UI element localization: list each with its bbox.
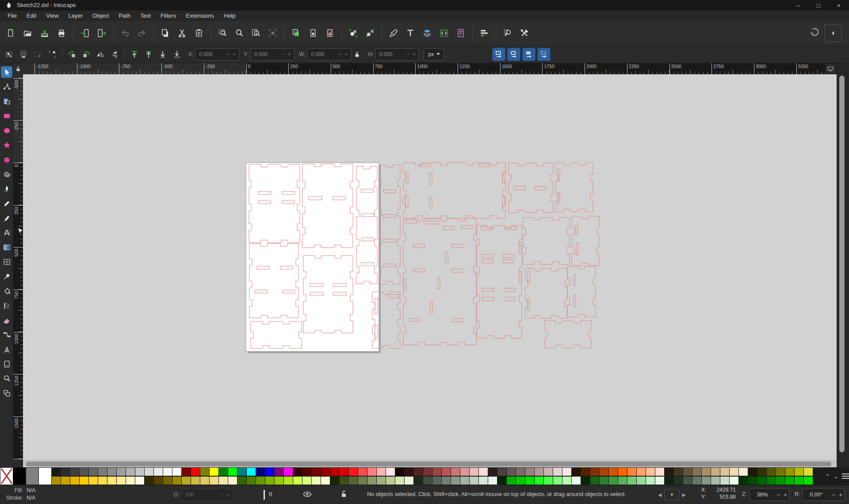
y-field-decrement[interactable]: − [280,51,286,57]
h-field-increment[interactable]: + [411,51,417,57]
select-all-layers-button[interactable] [17,47,31,61]
raise-button[interactable] [142,47,156,61]
menu-layer[interactable]: Layer [63,11,88,21]
swatch[interactable] [386,468,395,476]
swatch[interactable] [609,468,618,476]
swatch[interactable] [70,477,79,485]
vertical-scrollbar[interactable] [837,63,849,467]
swatch[interactable] [442,468,451,476]
swatch[interactable] [600,477,608,485]
star-tool[interactable] [1,139,12,151]
node-tool[interactable] [1,81,12,92]
scale-stroke-toggle[interactable] [492,48,505,61]
y-field-increment[interactable]: + [286,51,292,57]
swatch[interactable] [776,468,785,476]
swatch[interactable] [423,477,432,485]
swatch[interactable] [256,477,265,485]
swatch[interactable] [340,477,348,485]
move-gradients-toggle[interactable] [522,48,535,61]
swatch[interactable] [767,468,776,476]
w-field-decrement[interactable]: − [337,51,343,57]
h-field[interactable]: 0.000−+ [375,48,419,61]
swatch[interactable] [767,477,776,485]
swatch[interactable] [395,477,404,485]
swatch[interactable] [562,468,571,476]
swatch[interactable] [293,477,302,485]
swatch[interactable] [692,477,701,485]
swatch[interactable] [284,468,293,476]
canvas[interactable] [23,74,837,460]
swatch[interactable] [210,468,218,476]
swatch[interactable] [581,468,590,476]
swatch[interactable] [265,477,274,485]
swatch[interactable] [618,468,627,476]
copy-button[interactable] [157,24,174,42]
flip-horizontal-button[interactable] [93,47,107,61]
swatch[interactable] [423,468,432,476]
swatch[interactable] [711,477,720,485]
horizontal-scrollbar-thumb[interactable] [26,462,831,466]
current-layer-name[interactable]: 0 [269,491,272,497]
zoom-to-page-button[interactable] [248,24,264,42]
swatch[interactable] [683,477,692,485]
y-field[interactable]: 0.000−+ [250,48,294,61]
swatch[interactable] [785,468,794,476]
swatch[interactable] [302,468,311,476]
swatch[interactable] [98,468,107,476]
swatch[interactable] [618,477,627,485]
w-field-increment[interactable]: + [343,51,349,57]
stroke-value[interactable]: N/A [27,495,44,501]
swatch[interactable] [126,468,135,476]
swatch[interactable] [358,477,367,485]
move-patterns-toggle[interactable] [537,48,551,61]
palette-menu-icon[interactable] [842,473,849,479]
swatch[interactable] [247,468,256,476]
swatch[interactable] [600,468,608,476]
swatch[interactable] [479,468,488,476]
swatch[interactable] [470,468,478,476]
swatch[interactable] [367,468,376,476]
layer-lock-icon[interactable] [340,489,350,500]
ungroup-button[interactable] [362,24,379,42]
lower-to-bottom-button[interactable] [170,47,184,61]
swatch[interactable] [665,477,673,485]
swatch[interactable] [479,477,488,485]
spiral-tool[interactable] [1,168,12,180]
swatch[interactable] [163,468,172,476]
zoom-spinner[interactable]: 38% −+ [750,488,789,501]
swatch[interactable] [321,468,330,476]
snap-indicator-icon[interactable] [809,27,820,39]
swatch[interactable] [637,477,646,485]
maximize-button[interactable]: □ [808,0,829,11]
zoom-to-drawing-button[interactable] [231,24,248,42]
menu-help[interactable]: Help [219,11,241,21]
preferences-button[interactable] [516,24,533,42]
swatch[interactable] [488,468,497,476]
swatch[interactable] [553,477,562,485]
swatch[interactable] [748,477,757,485]
connector-tool[interactable] [1,329,12,340]
swatch[interactable] [61,477,70,485]
export-document-button[interactable] [93,24,110,42]
palette-scroll-up-icon[interactable]: ⌃ [825,473,830,480]
ellipse-tool[interactable] [1,125,12,136]
swatch[interactable] [804,468,813,476]
ruler-corner[interactable] [13,63,23,74]
swatch[interactable] [80,468,88,476]
swatch[interactable] [535,477,543,485]
swatch[interactable] [739,468,748,476]
menu-extensions[interactable]: Extensions [181,11,219,21]
swatch[interactable] [182,468,191,476]
fill-stroke-dialog-button[interactable] [385,24,402,42]
swatch[interactable] [451,468,460,476]
swatch[interactable] [154,477,163,485]
selector-tool[interactable] [1,66,12,78]
pencil-tool[interactable] [1,198,12,209]
swatch[interactable] [637,468,646,476]
w-field[interactable]: 0.000−+ [307,48,351,61]
swatch[interactable] [460,477,469,485]
swatch[interactable] [414,468,423,476]
lower-button[interactable] [156,47,170,61]
swatch[interactable] [804,477,813,485]
page-tool[interactable] [1,358,12,370]
